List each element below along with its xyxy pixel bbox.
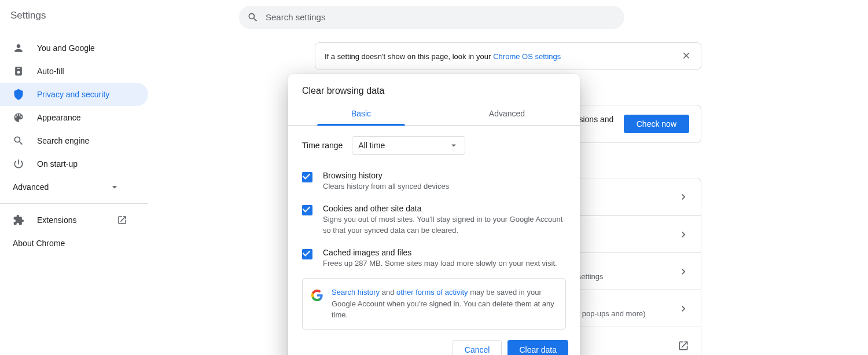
tab-basic[interactable]: Basic: [288, 102, 434, 125]
check-now-button[interactable]: Check now: [624, 115, 689, 133]
sidebar-item-label: Extensions: [37, 215, 76, 225]
sidebar-advanced-label: Advanced: [13, 182, 49, 192]
option-subtitle: Signs you out of most sites. You'll stay…: [323, 214, 566, 236]
time-range-select[interactable]: All time: [352, 136, 465, 155]
time-range-label: Time range: [302, 141, 343, 150]
open-in-new-icon: [678, 340, 689, 352]
chevron-right-icon: [678, 191, 689, 203]
sidebar-item-privacy-security[interactable]: Privacy and security: [0, 83, 148, 106]
banner-text: If a setting doesn't show on this page, …: [325, 52, 491, 61]
autofill-icon: [13, 65, 24, 77]
cancel-button[interactable]: Cancel: [453, 340, 502, 355]
clear-data-button[interactable]: Clear data: [507, 340, 568, 355]
chevron-right-icon: [678, 303, 689, 314]
search-icon: [13, 135, 24, 147]
checkbox-browsing-history[interactable]: [302, 172, 312, 182]
sidebar-item-on-startup[interactable]: On start-up: [0, 152, 148, 175]
dialog-tabs: Basic Advanced: [288, 102, 580, 126]
time-range-value: All time: [358, 141, 385, 150]
sidebar-item-about-chrome[interactable]: About Chrome: [0, 232, 148, 255]
sidebar-item-label: Search engine: [37, 136, 89, 145]
chevron-down-icon: [109, 181, 120, 193]
settings-search[interactable]: [239, 6, 624, 29]
sidebar-item-search-engine[interactable]: Search engine: [0, 129, 148, 152]
sidebar-item-you-and-google[interactable]: You and Google: [0, 36, 148, 60]
clear-browsing-data-dialog: Clear browsing data Basic Advanced Time …: [288, 74, 580, 355]
os-settings-banner: If a setting doesn't show on this page, …: [315, 42, 701, 70]
sidebar-item-label: About Chrome: [13, 239, 65, 248]
power-icon: [13, 158, 24, 170]
search-history-link[interactable]: Search history: [332, 288, 380, 297]
option-subtitle: Frees up 287 MB. Some sites may load mor…: [323, 258, 557, 269]
google-activity-note: Search history and other forms of activi…: [302, 278, 566, 330]
sidebar-item-autofill[interactable]: Auto-fill: [0, 60, 148, 83]
palette-icon: [13, 112, 24, 123]
sidebar-divider: [0, 203, 148, 204]
chevron-right-icon: [678, 229, 689, 240]
dropdown-arrow-icon: [448, 140, 459, 151]
option-cookies-site-data[interactable]: Cookies and other site data Signs you ou…: [302, 198, 566, 242]
search-input[interactable]: [264, 12, 616, 23]
option-title: Cookies and other site data: [323, 204, 566, 213]
chrome-os-settings-link[interactable]: Chrome OS settings: [493, 52, 561, 61]
extension-icon: [13, 214, 24, 226]
sidebar-item-label: On start-up: [37, 159, 78, 169]
gbox-text-mid1: and: [380, 288, 396, 297]
tab-advanced[interactable]: Advanced: [434, 102, 580, 125]
shield-icon: [13, 89, 24, 100]
option-subtitle: Clears history from all synced devices: [323, 181, 449, 192]
option-title: Browsing history: [323, 171, 449, 180]
close-icon: [681, 50, 692, 61]
sidebar: You and Google Auto-fill Privacy and sec…: [0, 31, 148, 355]
other-activity-link[interactable]: other forms of activity: [396, 288, 468, 297]
sidebar-item-label: Privacy and security: [37, 90, 109, 99]
option-title: Cached images and files: [323, 248, 557, 257]
checkbox-cached-images[interactable]: [302, 249, 312, 259]
checkbox-cookies-site-data[interactable]: [302, 205, 312, 215]
google-logo-icon: [311, 289, 323, 302]
option-browsing-history[interactable]: Browsing history Clears history from all…: [302, 165, 566, 198]
chevron-right-icon: [678, 266, 689, 277]
sidebar-item-extensions[interactable]: Extensions: [0, 208, 148, 232]
dialog-title: Clear browsing data: [288, 74, 580, 102]
sidebar-advanced-toggle[interactable]: Advanced: [0, 175, 148, 199]
sidebar-item-label: Appearance: [37, 113, 81, 122]
open-in-new-icon: [117, 215, 127, 225]
sidebar-item-label: You and Google: [37, 43, 95, 53]
person-icon: [13, 42, 24, 54]
page-title: Settings: [10, 10, 239, 21]
banner-close-button[interactable]: [681, 50, 692, 63]
sidebar-item-label: Auto-fill: [37, 67, 64, 76]
sidebar-item-appearance[interactable]: Appearance: [0, 106, 148, 129]
search-icon: [247, 12, 259, 23]
option-cached-images[interactable]: Cached images and files Frees up 287 MB.…: [302, 242, 566, 275]
